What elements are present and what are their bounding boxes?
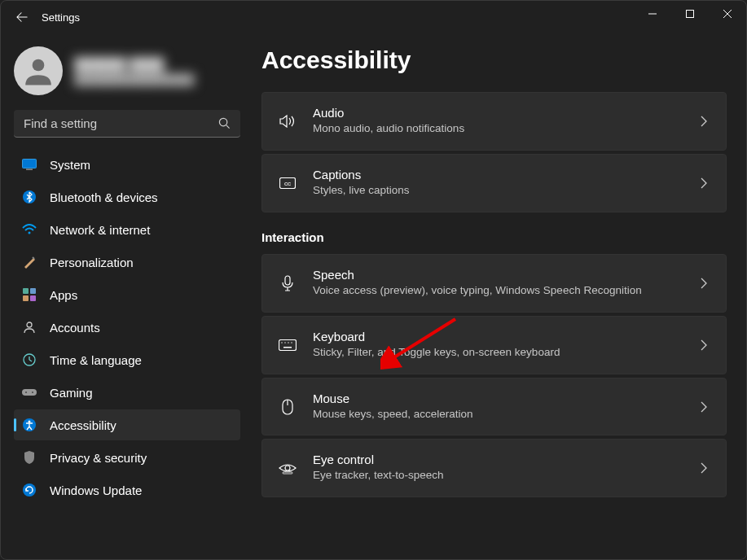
accessibility-icon	[22, 418, 37, 432]
search-icon	[218, 117, 231, 129]
person-icon	[21, 54, 55, 88]
card-title: Mouse	[313, 392, 682, 405]
sidebar-item-label: Accounts	[50, 321, 100, 335]
eye-icon	[279, 462, 297, 475]
setting-card-captions[interactable]: cc Captions Styles, live captions	[261, 154, 727, 212]
setting-card-audio[interactable]: Audio Mono audio, audio notifications	[261, 92, 727, 151]
close-button[interactable]	[709, 1, 746, 27]
shield-icon	[22, 450, 37, 465]
sidebar-item-label: Privacy & security	[50, 451, 147, 465]
card-desc: Mono audio, audio notifications	[313, 121, 682, 137]
titlebar: Settings	[1, 1, 746, 33]
svg-rect-13	[23, 295, 29, 301]
sidebar-item-time[interactable]: Time & language	[14, 344, 240, 375]
chevron-right-icon	[698, 177, 710, 189]
paintbrush-icon	[22, 255, 37, 269]
sidebar-item-accounts[interactable]: Accounts	[14, 312, 240, 343]
captions-icon: cc	[279, 177, 297, 189]
minimize-icon	[648, 10, 657, 18]
app-title: Settings	[42, 11, 80, 24]
svg-text:cc: cc	[284, 180, 291, 187]
svg-point-28	[284, 342, 285, 343]
sidebar-item-system[interactable]: System	[14, 149, 240, 180]
sidebar-item-personalization[interactable]: Personalization	[14, 247, 240, 278]
globe-clock-icon	[22, 352, 37, 367]
svg-point-10	[29, 232, 31, 234]
svg-point-4	[33, 59, 45, 72]
main-content[interactable]: Accessibility Audio Mono audio, audio no…	[253, 33, 746, 559]
sidebar-item-label: Windows Update	[50, 483, 142, 497]
card-desc: Mouse keys, speed, acceleration	[313, 407, 682, 422]
section-header: Interaction	[261, 230, 727, 244]
setting-card-speech[interactable]: Speech Voice access (preview), voice typ…	[261, 254, 727, 313]
setting-card-keyboard[interactable]: Keyboard Sticky, Filter, and Toggle keys…	[261, 316, 727, 374]
svg-rect-8	[26, 169, 33, 171]
sidebar-item-gaming[interactable]: Gaming	[14, 377, 240, 408]
svg-rect-11	[23, 288, 29, 294]
chevron-right-icon	[698, 116, 710, 127]
svg-rect-35	[283, 472, 292, 474]
window-controls	[634, 1, 746, 27]
svg-rect-26	[279, 339, 297, 350]
sidebar-item-accessibility[interactable]: Accessibility	[14, 409, 240, 440]
person-outline-icon	[22, 320, 37, 335]
setting-card-eyecontrol[interactable]: Eye control Eye tracker, text-to-speech	[261, 439, 727, 497]
svg-rect-31	[283, 347, 292, 348]
sidebar-item-bluetooth[interactable]: Bluetooth & devices	[14, 182, 240, 212]
speaker-icon	[279, 115, 297, 128]
sidebar-item-label: Gaming	[50, 386, 93, 400]
card-title: Eye control	[313, 453, 682, 466]
svg-point-5	[219, 118, 226, 125]
svg-rect-14	[30, 295, 36, 301]
bluetooth-icon	[22, 190, 37, 204]
maximize-button[interactable]	[671, 1, 709, 27]
chevron-right-icon	[698, 278, 710, 289]
wifi-icon	[22, 222, 37, 237]
sidebar-item-privacy[interactable]: Privacy & security	[14, 442, 240, 473]
svg-point-29	[288, 342, 288, 343]
page-title: Accessibility	[261, 46, 727, 74]
user-section[interactable]: ██████ ████ ████████████████	[14, 43, 240, 110]
svg-point-21	[29, 421, 31, 423]
card-desc: Eye tracker, text-to-speech	[313, 468, 682, 483]
back-button[interactable]	[12, 7, 32, 27]
sidebar-item-label: Accessibility	[50, 418, 116, 432]
update-icon	[22, 483, 37, 497]
sidebar-item-label: Network & internet	[50, 223, 150, 237]
card-desc: Voice access (preview), voice typing, Wi…	[313, 283, 682, 299]
user-info: ██████ ████ ████████████████	[74, 57, 229, 85]
avatar	[14, 46, 63, 95]
sidebar-item-label: Apps	[50, 288, 77, 302]
setting-card-mouse[interactable]: Mouse Mouse keys, speed, acceleration	[261, 378, 727, 436]
svg-point-34	[285, 466, 290, 470]
sidebar-item-label: Time & language	[50, 353, 142, 367]
chevron-right-icon	[698, 462, 710, 474]
nav-list: System Bluetooth & devices Network & int…	[14, 149, 240, 505]
sidebar-item-apps[interactable]: Apps	[14, 279, 240, 310]
svg-line-6	[226, 125, 230, 129]
gaming-icon	[22, 385, 37, 400]
search-input[interactable]	[24, 116, 218, 130]
card-title: Audio	[313, 106, 682, 120]
sidebar-item-update[interactable]: Windows Update	[14, 475, 240, 505]
minimize-button[interactable]	[634, 1, 671, 27]
sidebar-item-label: Personalization	[50, 256, 134, 269]
sidebar-item-network[interactable]: Network & internet	[14, 214, 240, 245]
monitor-icon	[22, 157, 37, 172]
chevron-right-icon	[698, 339, 710, 351]
svg-point-18	[25, 392, 27, 393]
svg-point-27	[281, 342, 282, 343]
svg-rect-1	[687, 11, 694, 18]
svg-point-22	[23, 483, 36, 497]
search-box[interactable]	[14, 110, 240, 138]
chevron-right-icon	[698, 401, 710, 413]
svg-point-30	[291, 342, 292, 343]
close-icon	[723, 10, 732, 18]
maximize-icon	[686, 10, 694, 18]
sidebar-item-label: Bluetooth & devices	[50, 190, 158, 204]
microphone-icon	[279, 275, 297, 291]
svg-rect-25	[285, 276, 290, 285]
svg-rect-12	[30, 288, 36, 294]
svg-point-15	[27, 322, 32, 327]
svg-point-19	[32, 392, 33, 393]
